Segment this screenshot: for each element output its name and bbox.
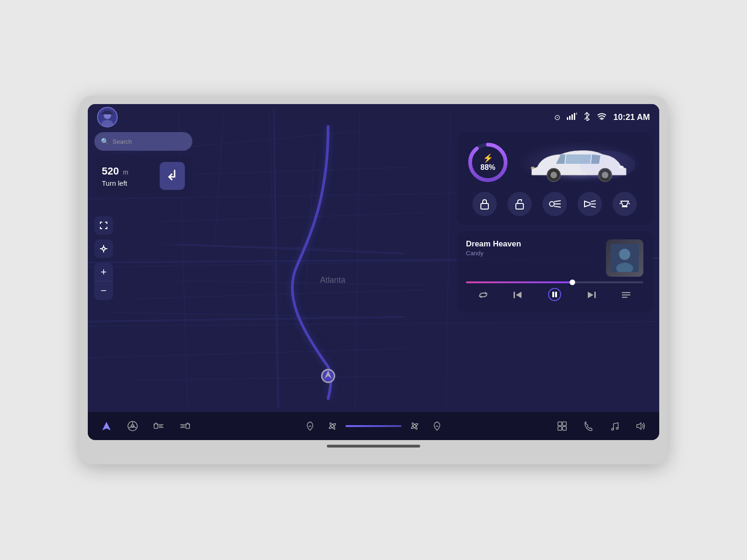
highbeam-button[interactable]	[543, 192, 567, 216]
nav-distance: 520	[102, 165, 119, 177]
progress-fill	[466, 281, 572, 283]
bottom-right-controls	[543, 414, 659, 438]
map-controls: + −	[94, 216, 113, 300]
svg-text:Atlanta: Atlanta	[320, 275, 345, 285]
heat-rear-button[interactable]	[173, 414, 197, 438]
battery-ring: ⚡ 88%	[467, 141, 509, 183]
bottom-bar	[88, 412, 659, 440]
volume-button[interactable]	[628, 414, 653, 438]
svg-rect-34	[574, 113, 575, 120]
svg-point-46	[550, 172, 557, 178]
camera-status-icon: ⊙	[554, 113, 560, 122]
album-art	[606, 239, 643, 277]
svg-text:4G: 4G	[576, 112, 577, 115]
nav-instruction: Turn left	[102, 179, 128, 187]
home-bar	[327, 445, 420, 448]
svg-rect-87	[558, 422, 562, 426]
unlock-button[interactable]	[507, 192, 532, 216]
svg-line-63	[628, 203, 630, 204]
svg-line-56	[554, 201, 561, 202]
svg-point-37	[102, 247, 105, 250]
search-bar[interactable]: 🔍 Search	[94, 132, 192, 151]
svg-rect-31	[567, 117, 568, 120]
svg-rect-32	[569, 116, 571, 120]
battery-percent: 88%	[480, 163, 495, 171]
svg-line-62	[620, 203, 621, 204]
repeat-button[interactable]	[478, 291, 488, 301]
song-title: Dream Heaven	[466, 239, 521, 249]
search-icon: 🔍	[101, 138, 109, 145]
headlight-button[interactable]	[578, 192, 602, 216]
turn-arrow-icon	[160, 162, 185, 190]
fan-speed-slider[interactable]	[345, 425, 402, 427]
svg-rect-53	[516, 203, 523, 209]
zoom-in-button[interactable]: +	[94, 263, 113, 281]
wifi-icon	[597, 112, 607, 122]
recenter-button[interactable]	[94, 239, 113, 258]
zoom-out-button[interactable]: −	[94, 281, 113, 300]
progress-dot	[570, 280, 575, 285]
bottom-center-climate	[204, 417, 543, 435]
status-icons: ⊙ 4G	[554, 112, 650, 123]
car-image	[516, 141, 642, 183]
screen: Atlanta ⊙	[88, 104, 659, 440]
left-panel: 🔍 Search 520 m Turn left	[94, 132, 192, 196]
svg-point-92	[616, 427, 618, 429]
svg-point-50	[531, 167, 535, 169]
music-button[interactable]	[602, 414, 627, 438]
lock-button[interactable]	[472, 192, 497, 216]
clock: 10:21 AM	[613, 112, 650, 122]
nav-unit: m	[123, 168, 128, 176]
device-frame: Atlanta ⊙	[79, 96, 668, 464]
avatar[interactable]	[97, 107, 118, 127]
bluetooth-icon	[584, 112, 590, 123]
svg-rect-33	[571, 114, 573, 120]
pause-button[interactable]	[548, 288, 561, 304]
svg-line-60	[591, 206, 596, 207]
svg-rect-70	[555, 292, 557, 297]
expand-map-button[interactable]	[94, 216, 113, 235]
svg-point-68	[549, 288, 561, 301]
playlist-button[interactable]	[621, 291, 631, 301]
heat-right-icon[interactable]	[428, 417, 446, 435]
navigation-button[interactable]	[94, 414, 119, 438]
search-placeholder: Search	[113, 138, 132, 145]
vehicle-card: ⚡ 88%	[457, 132, 653, 225]
battery-lightning-icon: ⚡	[480, 153, 495, 163]
svg-rect-69	[552, 292, 554, 297]
svg-rect-89	[558, 427, 562, 430]
heat-front-button[interactable]	[147, 414, 171, 438]
svg-point-54	[550, 202, 554, 206]
fan-right-button[interactable]	[405, 417, 424, 435]
svg-line-59	[591, 201, 596, 202]
song-artist: Candy	[466, 250, 521, 257]
svg-point-65	[619, 249, 630, 260]
svg-point-86	[413, 425, 416, 427]
vehicle-controls	[467, 192, 642, 216]
svg-line-57	[554, 206, 561, 207]
next-button[interactable]	[586, 290, 596, 302]
svg-rect-88	[563, 422, 566, 426]
bottom-left-controls	[88, 414, 204, 438]
svg-rect-30	[104, 111, 111, 113]
svg-rect-52	[481, 203, 488, 209]
prev-button[interactable]	[513, 290, 523, 302]
svg-point-85	[331, 425, 334, 427]
apps-button[interactable]	[550, 414, 574, 438]
svg-point-91	[612, 428, 613, 430]
top-bar: ⊙ 4G	[88, 104, 659, 130]
steering-button[interactable]	[120, 414, 145, 438]
interior-light-button[interactable]	[613, 192, 637, 216]
music-card: Dream Heaven Candy	[457, 231, 653, 313]
phone-button[interactable]	[576, 414, 600, 438]
svg-rect-90	[563, 427, 566, 430]
svg-rect-71	[594, 292, 596, 298]
progress-bar[interactable]	[466, 281, 643, 283]
fan-left-button[interactable]	[323, 417, 342, 435]
svg-point-51	[579, 151, 635, 179]
music-controls	[466, 288, 643, 304]
heat-left-icon[interactable]	[301, 417, 319, 435]
right-panel: ⚡ 88%	[457, 132, 653, 313]
svg-point-36	[601, 119, 602, 120]
signal-icon: 4G	[567, 112, 577, 122]
